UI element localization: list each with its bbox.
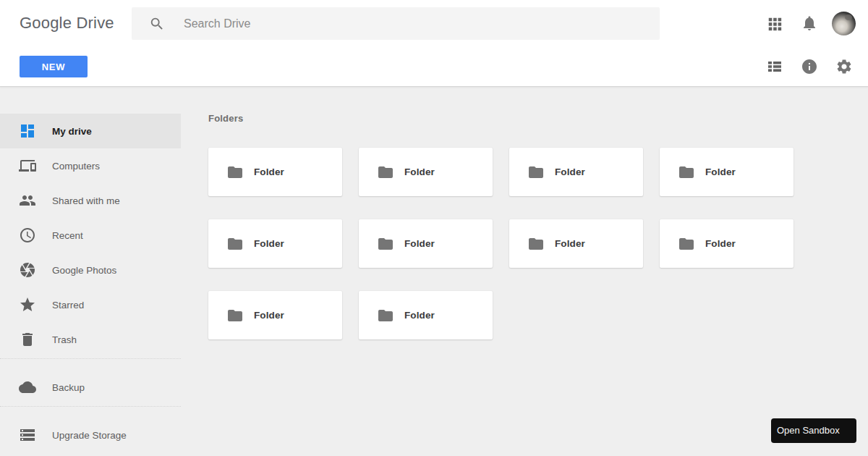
sidebar-item-upgrade-storage[interactable]: Upgrade Storage xyxy=(0,418,181,452)
folder-name: Folder xyxy=(254,310,284,321)
cloud-icon xyxy=(19,379,36,396)
folder-icon xyxy=(377,235,394,253)
folder-icon xyxy=(226,235,244,253)
sidebar-item-google-photos[interactable]: Google Photos xyxy=(0,253,181,287)
open-sandbox-button[interactable]: Open Sandbox xyxy=(771,418,856,443)
folder-card[interactable]: Folder xyxy=(208,291,342,339)
folder-card[interactable]: Folder xyxy=(660,148,793,196)
sidebar-item-label: My drive xyxy=(52,126,92,137)
folder-icon xyxy=(678,235,695,253)
notifications-bell-icon[interactable] xyxy=(801,14,818,32)
app-header: Google Drive NEW xyxy=(0,0,868,87)
folder-card[interactable]: Folder xyxy=(660,219,793,268)
view-list-icon[interactable] xyxy=(766,58,783,75)
folder-name: Folder xyxy=(705,166,736,177)
sidebar-divider xyxy=(0,358,181,359)
sidebar-item-label: Google Photos xyxy=(52,265,116,276)
trash-icon xyxy=(19,331,36,348)
dashboard-icon xyxy=(19,122,36,140)
sidebar-item-trash[interactable]: Trash xyxy=(0,322,181,357)
folder-icon xyxy=(678,164,695,181)
info-icon[interactable] xyxy=(801,58,818,75)
sidebar-item-label: Starred xyxy=(52,300,84,311)
sidebar-item-label: Shared with me xyxy=(52,195,120,206)
folder-icon xyxy=(527,235,545,253)
sidebar-divider xyxy=(0,406,181,407)
sidebar-item-label: Upgrade Storage xyxy=(52,430,127,441)
folder-name: Folder xyxy=(254,166,284,177)
folders-section-label: Folders xyxy=(208,113,809,124)
folder-name: Folder xyxy=(705,238,736,249)
app-title: Google Drive xyxy=(20,14,114,33)
new-button[interactable]: NEW xyxy=(20,56,88,77)
folder-card[interactable]: Folder xyxy=(509,219,643,268)
camera-aperture-icon xyxy=(19,261,36,279)
star-icon xyxy=(19,296,36,313)
folder-card[interactable]: Folder xyxy=(359,219,493,268)
clock-icon xyxy=(19,227,36,244)
folder-name: Folder xyxy=(404,238,435,249)
folder-icon xyxy=(527,164,545,181)
sidebar-item-my-drive[interactable]: My drive xyxy=(0,114,181,148)
sidebar-item-shared-with-me[interactable]: Shared with me xyxy=(0,183,181,218)
folder-card[interactable]: Folder xyxy=(359,148,493,196)
people-icon xyxy=(19,192,36,209)
search-icon xyxy=(149,16,165,32)
apps-grid-icon[interactable] xyxy=(766,15,783,33)
folder-name: Folder xyxy=(555,166,585,177)
folder-name: Folder xyxy=(254,238,284,249)
storage-icon xyxy=(19,426,36,444)
sidebar-item-starred[interactable]: Starred xyxy=(0,287,181,322)
avatar[interactable] xyxy=(832,12,856,35)
devices-icon xyxy=(19,157,36,174)
sidebar-item-backup[interactable]: Backup xyxy=(0,370,181,405)
folder-card[interactable]: Folder xyxy=(509,148,643,196)
folder-card[interactable]: Folder xyxy=(359,291,493,339)
folder-card[interactable]: Folder xyxy=(208,148,342,196)
sidebar-item-recent[interactable]: Recent xyxy=(0,218,181,253)
main-content: Folders Folder Folder Folder Folder Fold… xyxy=(208,88,809,339)
sidebar-item-label: Backup xyxy=(52,382,85,393)
folder-name: Folder xyxy=(404,166,435,177)
sidebar-item-label: Trash xyxy=(52,334,77,345)
sidebar-item-label: Recent xyxy=(52,230,83,241)
folder-name: Folder xyxy=(555,238,585,249)
folder-icon xyxy=(226,307,244,324)
folder-name: Folder xyxy=(404,310,435,321)
search-bar[interactable] xyxy=(132,7,660,40)
sidebar: My drive Computers Shared with me Recent… xyxy=(0,88,181,452)
sidebar-item-label: Computers xyxy=(52,161,100,172)
folder-card[interactable]: Folder xyxy=(208,219,342,268)
search-input[interactable] xyxy=(184,17,618,30)
folder-icon xyxy=(377,307,394,324)
folder-icon xyxy=(377,164,394,181)
folder-grid: Folder Folder Folder Folder Folder Folde… xyxy=(208,148,809,339)
sidebar-item-computers[interactable]: Computers xyxy=(0,148,181,183)
settings-gear-icon[interactable] xyxy=(835,58,853,75)
folder-icon xyxy=(226,164,244,181)
